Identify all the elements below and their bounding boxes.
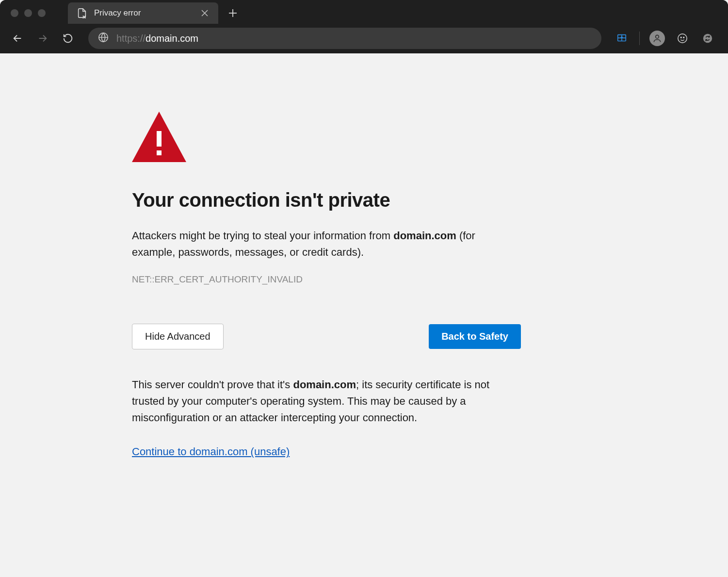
profile-button[interactable] [647, 28, 668, 49]
svg-point-16 [683, 37, 684, 38]
hide-advanced-button[interactable]: Hide Advanced [132, 324, 224, 349]
error-paragraph: Attackers might be trying to steal your … [132, 228, 521, 261]
tab-close-icon[interactable] [200, 8, 210, 18]
avatar-icon [649, 31, 665, 46]
error-panel: Your connection isn't private Attackers … [132, 112, 521, 458]
svg-point-17 [703, 34, 712, 43]
url-scheme: https:// [116, 33, 146, 44]
separator [639, 32, 640, 45]
address-bar[interactable]: https://domain.com [88, 28, 601, 49]
svg-point-14 [678, 34, 687, 43]
svg-rect-20 [157, 150, 162, 155]
url-text: https://domain.com [116, 33, 198, 44]
feedback-smiley-icon[interactable] [672, 28, 693, 49]
svg-point-13 [656, 35, 659, 38]
site-identity-icon[interactable] [98, 32, 109, 45]
window-minimize-dot[interactable] [24, 9, 32, 17]
error-code: NET::ERR_CERT_AUTHORITY_INVALID [132, 274, 521, 285]
browser-chrome: Privacy error [0, 0, 728, 53]
action-row: Hide Advanced Back to Safety [132, 324, 521, 349]
toolbar-right [611, 28, 721, 49]
new-tab-button[interactable] [224, 4, 242, 22]
window-zoom-dot[interactable] [38, 9, 46, 17]
window-close-dot[interactable] [11, 9, 18, 17]
url-domain: domain.com [146, 33, 198, 44]
svg-point-15 [680, 37, 681, 38]
sync-icon[interactable] [697, 28, 718, 49]
warning-triangle-icon [132, 112, 521, 164]
page-content: Your connection isn't private Attackers … [0, 53, 728, 458]
tab-strip: Privacy error [0, 0, 728, 26]
reload-button[interactable] [57, 28, 79, 49]
nav-forward-button[interactable] [32, 28, 53, 49]
nav-back-button[interactable] [7, 28, 28, 49]
tracking-shield-icon[interactable] [611, 28, 632, 49]
tab-title: Privacy error [94, 8, 193, 18]
window-controls [4, 9, 52, 17]
toolbar: https://domain.com [0, 26, 728, 53]
proceed-unsafe-link[interactable]: Continue to domain.com (unsafe) [132, 445, 290, 458]
browser-tab[interactable]: Privacy error [68, 2, 218, 24]
back-to-safety-button[interactable]: Back to Safety [429, 324, 521, 349]
page-error-icon [77, 8, 87, 18]
svg-rect-19 [157, 131, 162, 147]
error-heading: Your connection isn't private [132, 189, 521, 211]
advanced-detail: This server couldn't prove that it's dom… [132, 377, 521, 426]
